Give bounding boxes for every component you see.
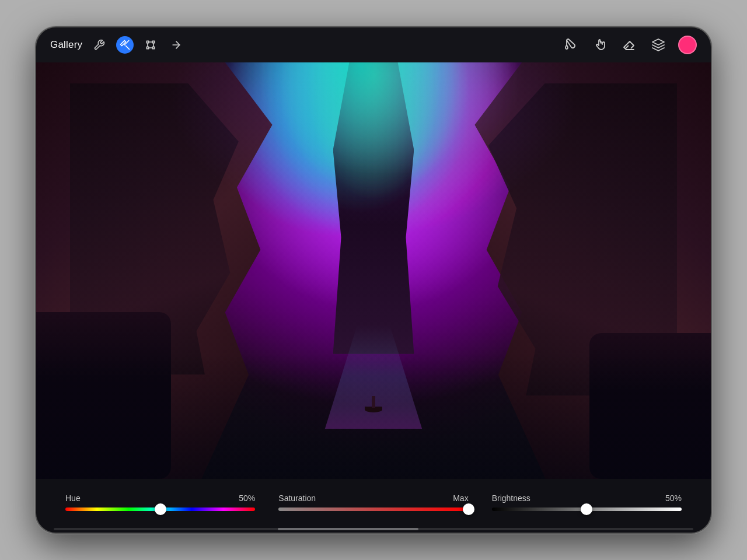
brightness-label: Brightness	[492, 494, 530, 503]
water-reflection	[292, 325, 454, 429]
saturation-slider-group: Saturation Max	[267, 494, 480, 511]
hue-label: Hue	[65, 494, 81, 503]
scroll-bar-area	[36, 526, 711, 533]
saturation-slider-track[interactable]	[278, 508, 468, 511]
saturation-value: Max	[453, 494, 468, 503]
smudge-icon	[593, 38, 607, 52]
foreground-rock-left	[36, 312, 171, 479]
device-frame: Gallery	[35, 26, 712, 534]
brush-icon	[564, 38, 578, 52]
eraser-icon	[622, 38, 636, 52]
top-bar-right	[561, 36, 697, 54]
saturation-header: Saturation Max	[278, 494, 468, 503]
saturation-label: Saturation	[278, 494, 316, 503]
brightness-value: 50%	[665, 494, 682, 503]
hue-slider-thumb[interactable]	[155, 503, 166, 515]
transform-tool-button[interactable]	[167, 36, 185, 54]
eraser-tool-button[interactable]	[620, 36, 638, 54]
wrench-icon	[93, 39, 105, 51]
gallery-button[interactable]: Gallery	[50, 39, 82, 51]
svg-marker-6	[652, 39, 664, 45]
hue-slider-track[interactable]	[65, 508, 255, 511]
hue-value: 50%	[239, 494, 255, 503]
magic-wand-tool-button[interactable]	[116, 36, 134, 54]
foreground-rock-right	[589, 333, 711, 479]
pillar-center	[333, 62, 414, 354]
top-bar-left: Gallery	[50, 36, 185, 54]
brightness-slider-track[interactable]	[492, 508, 682, 511]
brightness-header: Brightness 50%	[492, 494, 682, 503]
svg-line-0	[126, 46, 130, 50]
artwork	[36, 62, 711, 479]
brush-tool-button[interactable]	[561, 36, 580, 54]
boat-silhouette	[362, 395, 385, 412]
transform-icon	[170, 39, 182, 51]
top-bar: Gallery	[36, 27, 711, 62]
smudge-tool-button[interactable]	[591, 36, 609, 54]
brightness-slider-group: Brightness 50%	[480, 494, 693, 511]
selection-tool-button[interactable]	[142, 36, 159, 54]
scroll-track[interactable]	[54, 528, 693, 530]
layers-button[interactable]	[649, 36, 668, 54]
layers-icon	[651, 38, 665, 52]
selection-icon	[145, 39, 156, 51]
hue-slider-group: Hue 50%	[54, 494, 267, 511]
canvas-area	[36, 62, 711, 479]
wrench-tool-button[interactable]	[90, 36, 108, 54]
hue-header: Hue 50%	[65, 494, 255, 503]
sliders-panel: Hue 50% Saturation Max Brightness 50%	[36, 479, 711, 526]
saturation-slider-thumb[interactable]	[463, 503, 474, 515]
brightness-slider-thumb[interactable]	[581, 503, 592, 515]
magic-wand-icon	[120, 40, 130, 50]
color-picker-button[interactable]	[678, 36, 697, 54]
scroll-thumb[interactable]	[278, 528, 418, 530]
